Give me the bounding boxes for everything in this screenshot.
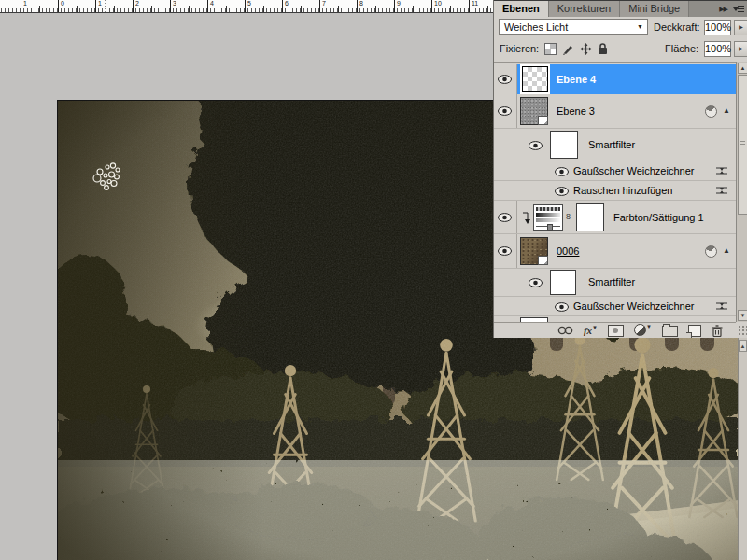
ruler-major-tick xyxy=(58,0,59,12)
scrollbar-thumb[interactable] xyxy=(738,75,747,215)
layer-style-fx-icon[interactable]: fx▼ xyxy=(584,325,598,336)
filter-blend-options-icon[interactable] xyxy=(715,165,728,176)
ruler-number: 10 xyxy=(434,0,442,7)
smart-filter-label[interactable]: Smartfilter xyxy=(588,276,635,287)
panel-resize-grip[interactable] xyxy=(737,324,747,336)
lock-fill-row: Fixieren: Fläche: 100% ▶ xyxy=(494,38,747,59)
filter-blend-options-icon[interactable] xyxy=(715,301,728,312)
layer-name[interactable]: Farbton/Sättigung 1 xyxy=(613,212,704,223)
layer-name[interactable]: 0006 xyxy=(557,245,579,257)
visibility-eye-icon[interactable] xyxy=(498,246,512,256)
smart-filter-mask-thumbnail[interactable] xyxy=(550,131,578,159)
lock-pixels-brush-icon[interactable] xyxy=(562,43,574,55)
lock-transparency-icon[interactable] xyxy=(544,43,557,55)
ruler-number: 1 xyxy=(23,0,27,7)
visibility-eye-icon[interactable] xyxy=(498,75,512,84)
adjustment-layer-row[interactable]: 8 Farbton/Sättigung 1 xyxy=(494,201,736,234)
new-layer-icon[interactable] xyxy=(688,325,701,337)
lock-position-icon[interactable] xyxy=(580,43,592,55)
panel-tab-bar: Ebenen Korrekturen Mini Bridge ▶▶ xyxy=(494,0,747,17)
ruler-major-tick xyxy=(394,0,395,12)
hue-saturation-thumbnail[interactable] xyxy=(533,204,563,231)
filter-name[interactable]: Rauschen hinzufügen xyxy=(573,185,672,196)
visibility-eye-icon[interactable] xyxy=(498,106,512,116)
smart-object-badge-icon xyxy=(538,256,548,265)
ruler-cursor-indicator xyxy=(105,0,106,12)
visibility-eye-icon[interactable] xyxy=(555,167,569,176)
blend-opacity-row: Weiches Licht ▼ Deckkraft: 100% ▶ xyxy=(494,17,747,37)
visibility-eye-icon[interactable] xyxy=(529,141,543,150)
fill-slider-arrow-icon[interactable]: ▶ xyxy=(734,41,747,57)
visibility-eye-icon[interactable] xyxy=(498,213,512,222)
layer-name[interactable]: Ebene 4 xyxy=(557,74,596,85)
panel-menu-icon[interactable] xyxy=(733,5,744,13)
smart-filter-indicator-icon[interactable] xyxy=(705,105,717,118)
tab-ebenen[interactable]: Ebenen xyxy=(494,1,549,17)
filter-row-add-noise[interactable]: Rauschen hinzufügen xyxy=(494,181,736,201)
ruler-major-tick xyxy=(207,0,208,12)
ruler-major-tick xyxy=(170,0,171,12)
layer-thumbnail-photo[interactable] xyxy=(520,237,548,265)
ruler-number: 1 xyxy=(98,0,102,7)
ruler-major-tick xyxy=(319,0,320,12)
fill-input[interactable]: 100% xyxy=(704,41,731,57)
opacity-input[interactable]: 100% xyxy=(704,20,731,35)
filter-blend-options-icon[interactable] xyxy=(715,185,728,196)
smart-filter-label[interactable]: Smartfilter xyxy=(588,139,635,150)
ruler-major-tick xyxy=(431,0,432,12)
filter-row-gaussian-blur[interactable]: Gaußscher Weichzeichner xyxy=(494,297,736,316)
add-adjustment-layer-icon[interactable]: ▼ xyxy=(634,324,652,338)
smart-filter-row[interactable]: Smartfilter xyxy=(494,129,736,161)
filter-name[interactable]: Gaußscher Weichzeichner xyxy=(573,301,694,312)
blend-mode-select[interactable]: Weiches Licht ▼ xyxy=(499,19,648,35)
mask-link-icon[interactable]: 8 xyxy=(566,213,571,221)
visibility-eye-icon[interactable] xyxy=(555,302,569,312)
smart-filter-indicator-icon[interactable] xyxy=(705,245,717,258)
new-group-icon[interactable] xyxy=(662,326,678,337)
opacity-slider-arrow-icon[interactable]: ▶ xyxy=(734,20,747,35)
scroll-up-icon[interactable]: ▲ xyxy=(738,63,747,74)
horizontal-ruler[interactable]: 101234567891011 xyxy=(0,0,493,13)
filter-row-gaussian-blur[interactable]: Gaußscher Weichzeichner xyxy=(494,161,736,181)
layer-list: Ebene 4 Ebene 3 ▲ Smartfilter xyxy=(494,62,736,323)
layer-thumbnail-transparent[interactable] xyxy=(522,66,548,92)
scroll-down-icon[interactable]: ▼ xyxy=(738,310,747,321)
lock-all-icon[interactable] xyxy=(598,43,608,55)
adjustment-mask-thumbnail[interactable] xyxy=(576,203,604,231)
layer-row-ebene4[interactable]: Ebene 4 xyxy=(494,64,736,94)
link-layers-icon[interactable] xyxy=(557,326,573,335)
filter-name[interactable]: Gaußscher Weichzeichner xyxy=(573,165,694,176)
layer-row-ebene3[interactable]: Ebene 3 ▲ xyxy=(494,94,736,129)
ruler-number: 7 xyxy=(322,0,326,7)
ruler-number: 9 xyxy=(397,0,401,7)
ruler-major-tick xyxy=(357,0,358,12)
ruler-number: 4 xyxy=(210,0,214,7)
collapse-panels-icon[interactable]: ▶▶ xyxy=(719,6,727,13)
smart-filter-row[interactable]: Smartfilter xyxy=(494,269,736,297)
ruler-number: 6 xyxy=(285,0,289,7)
delete-layer-trash-icon[interactable] xyxy=(712,325,723,337)
layer-thumbnail-noise[interactable] xyxy=(520,97,548,125)
scroll-up-icon[interactable]: ▲ xyxy=(739,340,747,352)
visibility-eye-icon[interactable] xyxy=(555,187,569,196)
layer-row-0006[interactable]: 0006 ▲ xyxy=(494,234,736,269)
ruler-number: 3 xyxy=(173,0,176,7)
ruler-major-tick xyxy=(469,0,470,12)
clipping-mask-arrow-icon xyxy=(520,212,530,225)
smart-filter-mask-thumbnail[interactable] xyxy=(550,270,576,295)
collapse-filters-icon[interactable]: ▲ xyxy=(723,246,730,255)
smart-object-badge-icon xyxy=(538,116,548,125)
ruler-major-tick xyxy=(95,0,96,12)
ruler-major-tick xyxy=(282,0,283,12)
layer-name[interactable]: Ebene 3 xyxy=(557,105,595,117)
opacity-label: Deckkraft: xyxy=(654,21,700,33)
add-layer-mask-icon[interactable] xyxy=(608,325,624,337)
ruler-number: 8 xyxy=(359,0,363,7)
collapse-filters-icon[interactable]: ▲ xyxy=(723,106,730,115)
ruler-number: 2 xyxy=(135,0,139,7)
layers-scrollbar[interactable]: ▲ ▼ xyxy=(736,62,747,322)
tab-mini-bridge[interactable]: Mini Bridge xyxy=(620,1,689,17)
visibility-eye-icon[interactable] xyxy=(529,278,543,287)
document-vertical-scrollbar[interactable]: ▲ xyxy=(738,338,747,560)
tab-korrekturen[interactable]: Korrekturen xyxy=(549,1,620,17)
